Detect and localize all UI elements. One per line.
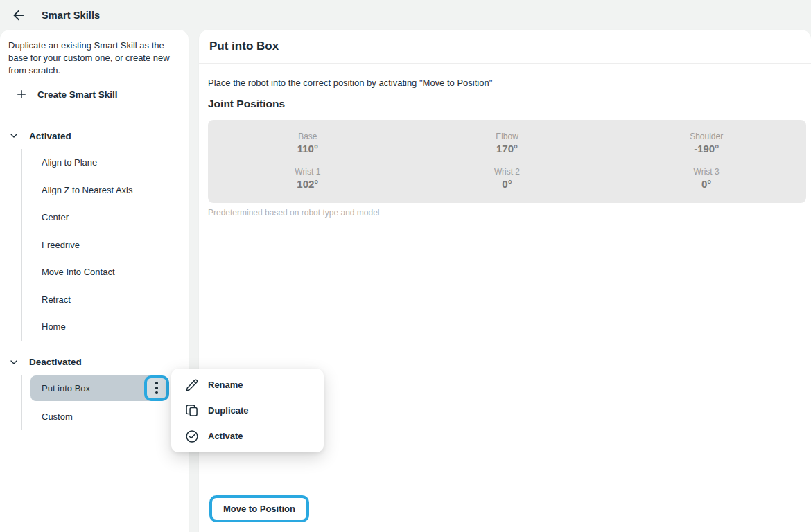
create-smart-skill-label: Create Smart Skill: [37, 89, 118, 100]
joint-label: Wrist 2: [408, 167, 607, 177]
move-to-position-button[interactable]: Move to Position: [209, 495, 309, 522]
topbar: Smart Skills: [0, 0, 811, 30]
pencil-icon: [185, 378, 199, 392]
back-button[interactable]: [8, 5, 29, 26]
sidebar-description: Duplicate an existing Smart Skill as the…: [0, 30, 189, 77]
sidebar-item-retract[interactable]: Retract: [22, 286, 189, 314]
activated-items: Align to Plane Align Z to Nearest Axis C…: [21, 149, 189, 341]
sidebar-item-align-z-to-nearest-axis[interactable]: Align Z to Nearest Axis: [22, 177, 189, 204]
sidebar-item-custom[interactable]: Custom: [22, 403, 189, 431]
duplicate-icon: [185, 404, 199, 418]
main-header: Put into Box: [199, 30, 811, 64]
plus-icon: [15, 88, 28, 100]
main-body: Place the robot into the correct positio…: [199, 77, 811, 218]
kebab-menu-button[interactable]: [144, 375, 169, 401]
menu-item-activate[interactable]: Activate: [171, 423, 324, 449]
skill-description: Place the robot into the correct positio…: [208, 77, 806, 89]
menu-item-label: Rename: [208, 380, 243, 390]
deactivated-items: Put into Box Custom: [21, 375, 189, 431]
menu-item-duplicate[interactable]: Duplicate: [171, 398, 324, 423]
joint-label: Elbow: [408, 132, 607, 141]
joint-label: Wrist 1: [208, 167, 408, 177]
joint-value: 0°: [408, 178, 607, 190]
joint-label: Wrist 3: [607, 167, 806, 177]
context-menu: Rename Duplicate Activate: [171, 369, 324, 452]
joint-cell-shoulder: Shoulder -190°: [607, 132, 806, 155]
kebab-menu-icon: [155, 382, 158, 394]
arrow-left-icon: [11, 8, 26, 23]
chevron-down-icon: [8, 130, 19, 141]
joint-positions-panel: Base 110° Elbow 170° Shoulder -190° Wris…: [208, 120, 806, 203]
section-header-deactivated[interactable]: Deactivated: [0, 349, 189, 375]
section-label: Deactivated: [29, 357, 82, 367]
joint-value: 110°: [208, 143, 408, 155]
joint-label: Shoulder: [607, 132, 806, 141]
menu-item-label: Duplicate: [208, 405, 249, 416]
create-smart-skill-button[interactable]: Create Smart Skill: [7, 82, 126, 106]
joint-cell-wrist2: Wrist 2 0°: [408, 167, 607, 190]
joint-cell-elbow: Elbow 170°: [408, 132, 607, 155]
check-circle-icon: [185, 429, 199, 443]
skill-title: Put into Box: [209, 39, 279, 53]
joint-label: Base: [208, 132, 408, 141]
sidebar-item-move-into-contact[interactable]: Move Into Contact: [22, 258, 189, 286]
joint-cell-wrist3: Wrist 3 0°: [607, 167, 806, 190]
menu-item-rename[interactable]: Rename: [171, 372, 324, 398]
joint-cell-base: Base 110°: [208, 132, 408, 155]
joint-positions-heading: Joint Positions: [208, 98, 806, 110]
section-label: Activated: [29, 131, 71, 141]
section-header-activated[interactable]: Activated: [0, 123, 189, 149]
sidebar-item-center[interactable]: Center: [22, 204, 189, 231]
sidebar-item-home[interactable]: Home: [22, 313, 189, 341]
joint-positions-caption: Predetermined based on robot type and mo…: [208, 208, 806, 218]
menu-item-label: Activate: [208, 431, 243, 441]
page-title: Smart Skills: [42, 10, 100, 21]
joint-value: 170°: [408, 143, 607, 155]
chevron-down-icon: [8, 357, 19, 368]
joint-value: 0°: [607, 178, 806, 190]
joint-value: 102°: [208, 178, 408, 190]
sidebar-divider: [8, 114, 189, 114]
sidebar-item-freedrive[interactable]: Freedrive: [22, 231, 189, 259]
main-panel: Put into Box Place the robot into the co…: [199, 30, 811, 532]
joint-cell-wrist1: Wrist 1 102°: [208, 167, 408, 190]
sidebar-item-align-to-plane[interactable]: Align to Plane: [22, 149, 189, 177]
sidebar-item-label: Put into Box: [42, 383, 90, 393]
joint-value: -190°: [607, 143, 806, 155]
sidebar: Duplicate an existing Smart Skill as the…: [0, 30, 189, 532]
sidebar-item-put-into-box[interactable]: Put into Box: [30, 375, 158, 401]
